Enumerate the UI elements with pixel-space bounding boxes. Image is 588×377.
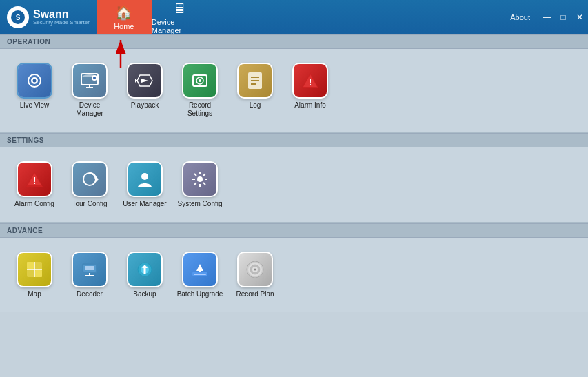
tab-home[interactable]: 🏠 Home xyxy=(97,0,152,34)
app-icon-batch-upgrade[interactable]: Batch Upgrade xyxy=(176,252,224,298)
svg-point-6 xyxy=(33,79,37,83)
titlebar: S Swann Security Made Smarter 🏠 Home 🖥 D… xyxy=(0,0,588,34)
record-plan-icon xyxy=(239,253,272,286)
svg-point-33 xyxy=(197,176,203,182)
logo-area: S Swann Security Made Smarter xyxy=(0,6,97,28)
nav-tabs: 🏠 Home 🖥 Device Manager xyxy=(97,0,207,34)
app-icon-backup[interactable]: Backup xyxy=(121,252,169,298)
live-view-label: Live View xyxy=(20,101,50,110)
tab-device-manager[interactable]: 🖥 Device Manager xyxy=(152,0,207,34)
app-icon-record-settings[interactable]: Record Settings xyxy=(176,63,224,118)
alarm-info-label: Alarm Info xyxy=(294,101,326,110)
alarm-config-icon-box: ! xyxy=(17,161,52,197)
section-header-settings: SETTINGS xyxy=(0,133,588,147)
app-icon-playback[interactable]: Playback xyxy=(121,63,169,110)
svg-text:!: ! xyxy=(33,175,37,186)
alarm-info-icon: ! xyxy=(294,64,327,97)
svg-text:S: S xyxy=(16,14,21,21)
svg-point-18 xyxy=(199,79,201,82)
svg-point-60 xyxy=(254,269,256,271)
restore-button[interactable]: □ xyxy=(556,10,571,25)
app-icon-tour-config[interactable]: Tour Config xyxy=(65,161,114,208)
decoder-label: Decoder xyxy=(77,290,103,298)
app-icon-alarm-config[interactable]: ! Alarm Config xyxy=(10,161,59,208)
logo-icon: S xyxy=(7,6,29,28)
app-icon-map[interactable]: Map xyxy=(10,252,59,298)
svg-line-40 xyxy=(203,174,205,176)
batch-upgrade-icon-box xyxy=(182,252,218,287)
playback-icon xyxy=(128,64,161,97)
playback-label: Playback xyxy=(131,101,159,110)
svg-rect-43 xyxy=(27,262,34,269)
brand-name: Swann xyxy=(33,9,90,20)
svg-text:!: ! xyxy=(309,77,312,88)
about-button[interactable]: About xyxy=(502,0,538,34)
svg-rect-19 xyxy=(192,77,194,79)
log-icon xyxy=(239,64,272,97)
close-button[interactable]: ✕ xyxy=(572,10,587,25)
minimize-button[interactable]: — xyxy=(539,10,554,25)
record-plan-label: Record Plan xyxy=(236,290,274,298)
logo-text: Swann Security Made Smarter xyxy=(33,9,90,26)
decoder-icon-box xyxy=(72,252,108,287)
record-plan-icon-box xyxy=(237,252,273,287)
decoder-icon xyxy=(73,253,106,286)
home-icon: 🏠 xyxy=(115,4,132,21)
svg-marker-31 xyxy=(96,176,99,182)
live-view-icon xyxy=(18,64,51,97)
app-icon-system-config[interactable]: System Config xyxy=(176,161,224,208)
user-manager-icon-box xyxy=(127,161,163,197)
backup-label: Backup xyxy=(133,290,156,298)
app-icon-decoder[interactable]: Decoder xyxy=(65,252,114,298)
section-body-advance: Map Decoder xyxy=(0,238,588,312)
svg-line-41 xyxy=(194,183,196,185)
backup-icon-box xyxy=(127,252,163,287)
svg-line-39 xyxy=(203,183,205,185)
device-manager-icon: 🖥 xyxy=(172,1,186,17)
alarm-config-icon: ! xyxy=(18,163,51,196)
section-settings: SETTINGS ! Alarm Config Tour Config xyxy=(0,133,588,223)
app-icon-log[interactable]: Log xyxy=(231,63,279,110)
user-manager-icon xyxy=(128,163,161,196)
playback-icon-box xyxy=(127,63,163,99)
system-config-icon-box xyxy=(182,161,218,197)
record-settings-icon xyxy=(183,64,216,97)
section-header-advance: ADVANCE xyxy=(0,223,588,238)
svg-line-38 xyxy=(194,174,196,176)
section-body-operation: Live View Device Manager Playback xyxy=(0,49,588,133)
app-icon-live-view[interactable]: Live View xyxy=(10,63,59,110)
backup-icon xyxy=(128,253,161,286)
record-settings-label: Record Settings xyxy=(176,101,224,118)
user-manager-label: User Manager xyxy=(123,200,166,208)
live-view-icon-box xyxy=(17,63,52,99)
app-icon-alarm-info[interactable]: ! Alarm Info xyxy=(286,63,334,110)
main-content: OPERATION Live View Device Manager xyxy=(0,34,588,377)
app-icon-record-plan[interactable]: Record Plan xyxy=(231,252,279,298)
map-icon-box xyxy=(17,252,52,287)
svg-rect-44 xyxy=(35,270,42,277)
alarm-config-label: Alarm Config xyxy=(14,200,54,208)
svg-marker-15 xyxy=(135,79,137,83)
window-controls: About — □ ✕ xyxy=(502,0,588,34)
svg-marker-13 xyxy=(141,79,148,83)
svg-point-9 xyxy=(93,77,96,79)
device-manager-icon xyxy=(73,64,106,97)
tour-config-icon xyxy=(73,163,106,196)
app-icon-device-manager[interactable]: Device Manager xyxy=(65,63,114,118)
batch-upgrade-icon xyxy=(183,253,216,286)
section-advance: ADVANCE Map xyxy=(0,223,588,312)
section-operation: OPERATION Live View Device Manager xyxy=(0,34,588,133)
tab-device-manager-label: Device Manager xyxy=(152,18,207,34)
section-body-settings: ! Alarm Config Tour Config xyxy=(0,147,588,223)
log-label: Log xyxy=(250,101,261,110)
svg-rect-55 xyxy=(194,274,206,275)
app-icon-user-manager[interactable]: User Manager xyxy=(121,161,169,208)
svg-point-32 xyxy=(141,173,148,180)
log-icon-box xyxy=(237,63,273,99)
alarm-info-icon-box: ! xyxy=(292,63,328,99)
batch-upgrade-label: Batch Upgrade xyxy=(177,290,223,298)
tab-home-label: Home xyxy=(114,22,134,30)
record-settings-icon-box xyxy=(182,63,218,99)
tour-config-icon-box xyxy=(72,161,108,197)
device-manager-icon-box xyxy=(72,63,108,99)
